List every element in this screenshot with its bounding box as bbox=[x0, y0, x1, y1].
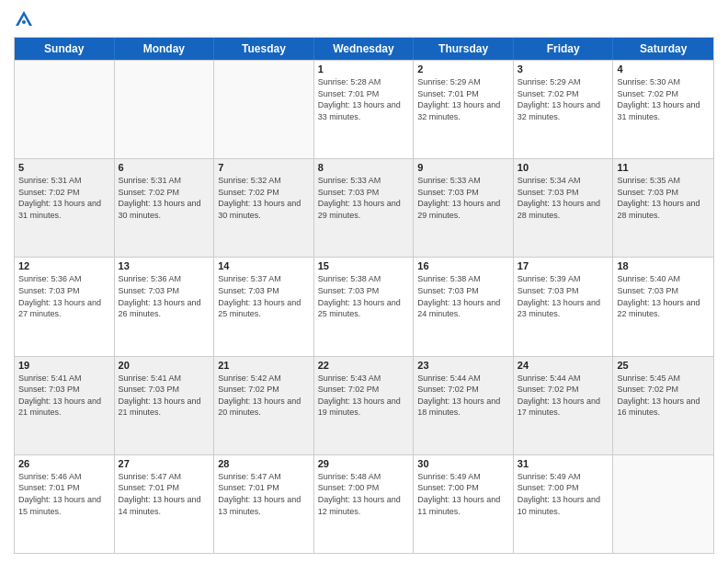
day-info: Sunrise: 5:38 AMSunset: 7:03 PMDaylight:… bbox=[417, 273, 509, 319]
day-cell: 14Sunrise: 5:37 AMSunset: 7:03 PMDayligh… bbox=[214, 258, 314, 355]
svg-point-2 bbox=[22, 20, 26, 24]
day-info: Sunrise: 5:28 AMSunset: 7:01 PMDaylight:… bbox=[318, 76, 410, 122]
day-header-thursday: Thursday bbox=[414, 38, 514, 60]
day-number: 16 bbox=[417, 260, 509, 271]
day-info: Sunrise: 5:33 AMSunset: 7:03 PMDaylight:… bbox=[417, 175, 509, 221]
calendar: SundayMondayTuesdayWednesdayThursdayFrid… bbox=[14, 37, 714, 554]
day-info: Sunrise: 5:33 AMSunset: 7:03 PMDaylight:… bbox=[318, 175, 410, 221]
day-header-tuesday: Tuesday bbox=[214, 38, 314, 60]
day-cell bbox=[115, 61, 215, 158]
day-number: 29 bbox=[318, 458, 410, 469]
day-cell: 1Sunrise: 5:28 AMSunset: 7:01 PMDaylight… bbox=[314, 61, 415, 158]
week-row-5: 26Sunrise: 5:46 AMSunset: 7:01 PMDayligh… bbox=[15, 454, 713, 553]
day-number: 3 bbox=[518, 63, 609, 75]
day-info: Sunrise: 5:31 AMSunset: 7:02 PMDaylight:… bbox=[119, 175, 210, 221]
day-info: Sunrise: 5:30 AMSunset: 7:02 PMDaylight:… bbox=[617, 76, 710, 122]
day-number: 31 bbox=[518, 458, 609, 469]
day-cell: 6Sunrise: 5:31 AMSunset: 7:02 PMDaylight… bbox=[115, 159, 215, 257]
day-cell bbox=[214, 61, 314, 158]
day-info: Sunrise: 5:29 AMSunset: 7:02 PMDaylight:… bbox=[518, 76, 609, 122]
day-number: 28 bbox=[218, 458, 310, 469]
day-cell: 4Sunrise: 5:30 AMSunset: 7:02 PMDaylight… bbox=[613, 61, 713, 158]
day-cell: 27Sunrise: 5:47 AMSunset: 7:01 PMDayligh… bbox=[115, 455, 215, 553]
day-info: Sunrise: 5:39 AMSunset: 7:03 PMDaylight:… bbox=[518, 273, 609, 319]
day-number: 1 bbox=[318, 63, 410, 75]
day-info: Sunrise: 5:47 AMSunset: 7:01 PMDaylight:… bbox=[218, 471, 310, 517]
day-cell bbox=[613, 455, 713, 553]
weeks: 1Sunrise: 5:28 AMSunset: 7:01 PMDaylight… bbox=[15, 60, 713, 553]
day-cell: 28Sunrise: 5:47 AMSunset: 7:01 PMDayligh… bbox=[214, 455, 314, 553]
day-cell: 31Sunrise: 5:49 AMSunset: 7:00 PMDayligh… bbox=[514, 455, 614, 553]
day-cell: 13Sunrise: 5:36 AMSunset: 7:03 PMDayligh… bbox=[115, 258, 215, 355]
day-cell: 25Sunrise: 5:45 AMSunset: 7:02 PMDayligh… bbox=[613, 357, 713, 454]
day-cell: 8Sunrise: 5:33 AMSunset: 7:03 PMDaylight… bbox=[314, 159, 415, 257]
day-number: 11 bbox=[617, 162, 710, 173]
day-number: 30 bbox=[417, 458, 509, 469]
day-info: Sunrise: 5:41 AMSunset: 7:03 PMDaylight:… bbox=[18, 373, 110, 419]
day-info: Sunrise: 5:40 AMSunset: 7:03 PMDaylight:… bbox=[617, 273, 710, 319]
day-info: Sunrise: 5:38 AMSunset: 7:03 PMDaylight:… bbox=[318, 273, 410, 319]
day-info: Sunrise: 5:44 AMSunset: 7:02 PMDaylight:… bbox=[518, 373, 609, 419]
day-info: Sunrise: 5:46 AMSunset: 7:01 PMDaylight:… bbox=[18, 471, 110, 517]
day-number: 15 bbox=[318, 260, 410, 271]
day-cell: 9Sunrise: 5:33 AMSunset: 7:03 PMDaylight… bbox=[414, 159, 514, 257]
day-info: Sunrise: 5:37 AMSunset: 7:03 PMDaylight:… bbox=[218, 273, 310, 319]
day-cell: 2Sunrise: 5:29 AMSunset: 7:01 PMDaylight… bbox=[414, 61, 514, 158]
day-info: Sunrise: 5:41 AMSunset: 7:03 PMDaylight:… bbox=[119, 373, 210, 419]
day-number: 2 bbox=[417, 63, 509, 75]
day-header-monday: Monday bbox=[115, 38, 215, 60]
day-number: 12 bbox=[18, 260, 110, 271]
day-cell: 17Sunrise: 5:39 AMSunset: 7:03 PMDayligh… bbox=[514, 258, 614, 355]
calendar-page: SundayMondayTuesdayWednesdayThursdayFrid… bbox=[0, 0, 728, 563]
day-cell: 23Sunrise: 5:44 AMSunset: 7:02 PMDayligh… bbox=[414, 357, 514, 454]
day-number: 21 bbox=[218, 360, 310, 371]
day-number: 19 bbox=[18, 360, 110, 371]
day-info: Sunrise: 5:44 AMSunset: 7:02 PMDaylight:… bbox=[417, 373, 509, 419]
day-number: 4 bbox=[617, 63, 710, 75]
day-info: Sunrise: 5:29 AMSunset: 7:01 PMDaylight:… bbox=[417, 76, 509, 122]
week-row-3: 12Sunrise: 5:36 AMSunset: 7:03 PMDayligh… bbox=[15, 257, 713, 355]
day-number: 20 bbox=[119, 360, 210, 371]
day-number: 5 bbox=[18, 162, 110, 173]
day-cell: 30Sunrise: 5:49 AMSunset: 7:00 PMDayligh… bbox=[414, 455, 514, 553]
day-cell: 22Sunrise: 5:43 AMSunset: 7:02 PMDayligh… bbox=[314, 357, 415, 454]
day-number: 27 bbox=[119, 458, 210, 469]
day-number: 17 bbox=[518, 260, 609, 271]
day-info: Sunrise: 5:34 AMSunset: 7:03 PMDaylight:… bbox=[518, 175, 609, 221]
day-cell: 16Sunrise: 5:38 AMSunset: 7:03 PMDayligh… bbox=[414, 258, 514, 355]
day-number: 24 bbox=[518, 360, 609, 371]
day-cell: 12Sunrise: 5:36 AMSunset: 7:03 PMDayligh… bbox=[15, 258, 115, 355]
day-number: 6 bbox=[119, 162, 210, 173]
day-number: 10 bbox=[518, 162, 609, 173]
logo-icon bbox=[14, 9, 34, 29]
day-number: 7 bbox=[218, 162, 310, 173]
day-cell: 24Sunrise: 5:44 AMSunset: 7:02 PMDayligh… bbox=[514, 357, 614, 454]
day-header-wednesday: Wednesday bbox=[314, 38, 415, 60]
day-cell: 15Sunrise: 5:38 AMSunset: 7:03 PMDayligh… bbox=[314, 258, 415, 355]
day-info: Sunrise: 5:48 AMSunset: 7:00 PMDaylight:… bbox=[318, 471, 410, 517]
day-headers: SundayMondayTuesdayWednesdayThursdayFrid… bbox=[15, 38, 713, 60]
week-row-2: 5Sunrise: 5:31 AMSunset: 7:02 PMDaylight… bbox=[15, 158, 713, 257]
day-info: Sunrise: 5:31 AMSunset: 7:02 PMDaylight:… bbox=[18, 175, 110, 221]
day-info: Sunrise: 5:36 AMSunset: 7:03 PMDaylight:… bbox=[18, 273, 110, 319]
day-info: Sunrise: 5:45 AMSunset: 7:02 PMDaylight:… bbox=[617, 373, 710, 419]
week-row-4: 19Sunrise: 5:41 AMSunset: 7:03 PMDayligh… bbox=[15, 356, 713, 454]
header bbox=[14, 9, 714, 29]
day-info: Sunrise: 5:32 AMSunset: 7:02 PMDaylight:… bbox=[218, 175, 310, 221]
day-cell: 7Sunrise: 5:32 AMSunset: 7:02 PMDaylight… bbox=[214, 159, 314, 257]
day-number: 18 bbox=[617, 260, 710, 271]
day-info: Sunrise: 5:49 AMSunset: 7:00 PMDaylight:… bbox=[518, 471, 609, 517]
day-cell: 5Sunrise: 5:31 AMSunset: 7:02 PMDaylight… bbox=[15, 159, 115, 257]
day-cell: 18Sunrise: 5:40 AMSunset: 7:03 PMDayligh… bbox=[613, 258, 713, 355]
day-cell: 19Sunrise: 5:41 AMSunset: 7:03 PMDayligh… bbox=[15, 357, 115, 454]
day-info: Sunrise: 5:47 AMSunset: 7:01 PMDaylight:… bbox=[119, 471, 210, 517]
day-header-friday: Friday bbox=[514, 38, 614, 60]
day-cell: 26Sunrise: 5:46 AMSunset: 7:01 PMDayligh… bbox=[15, 455, 115, 553]
day-info: Sunrise: 5:35 AMSunset: 7:03 PMDaylight:… bbox=[617, 175, 710, 221]
logo bbox=[14, 9, 38, 29]
day-info: Sunrise: 5:49 AMSunset: 7:00 PMDaylight:… bbox=[417, 471, 509, 517]
day-cell: 21Sunrise: 5:42 AMSunset: 7:02 PMDayligh… bbox=[214, 357, 314, 454]
day-info: Sunrise: 5:42 AMSunset: 7:02 PMDaylight:… bbox=[218, 373, 310, 419]
day-cell: 29Sunrise: 5:48 AMSunset: 7:00 PMDayligh… bbox=[314, 455, 415, 553]
day-number: 13 bbox=[119, 260, 210, 271]
